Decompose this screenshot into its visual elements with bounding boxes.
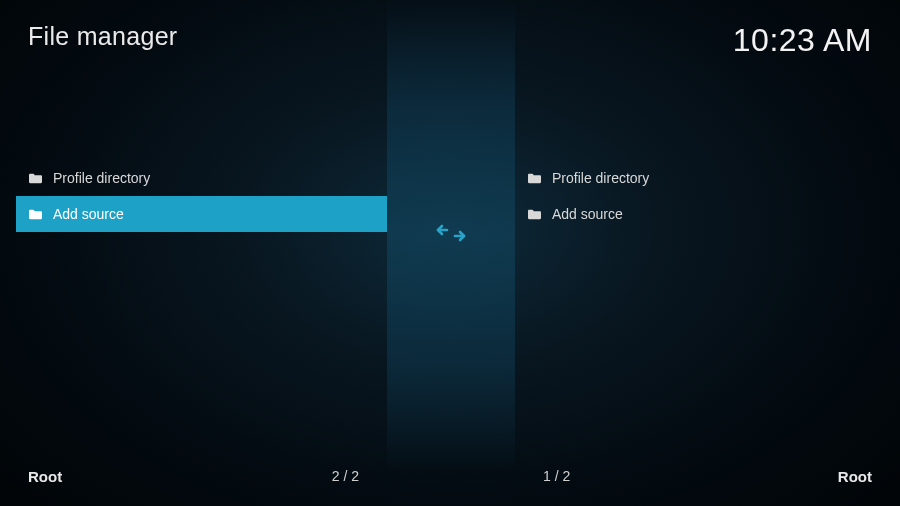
folder-icon bbox=[28, 172, 43, 185]
footer-count: 2 / 2 bbox=[332, 468, 359, 484]
list-item-profile-directory[interactable]: Profile directory bbox=[16, 160, 387, 196]
list-item-label: Profile directory bbox=[552, 170, 649, 186]
list-item-profile-directory[interactable]: Profile directory bbox=[515, 160, 886, 196]
right-panel: Profile directory Add source bbox=[515, 160, 886, 446]
list-item-label: Profile directory bbox=[53, 170, 150, 186]
footer-path: Root bbox=[28, 468, 62, 485]
footer-right: 1 / 2 Root bbox=[515, 460, 900, 506]
swap-arrows-icon bbox=[434, 223, 468, 247]
footer-gap bbox=[387, 460, 515, 506]
footer-path: Root bbox=[838, 468, 872, 485]
clock: 10:23 AM bbox=[733, 22, 872, 59]
page-title: File manager bbox=[28, 22, 178, 51]
footer-left: Root 2 / 2 bbox=[0, 460, 387, 506]
list-item-label: Add source bbox=[552, 206, 623, 222]
footer-count: 1 / 2 bbox=[543, 468, 570, 484]
folder-plus-icon bbox=[527, 208, 542, 221]
list-item-add-source[interactable]: Add source bbox=[16, 196, 387, 232]
list-item-label: Add source bbox=[53, 206, 124, 222]
center-divider bbox=[387, 0, 515, 470]
list-item-add-source[interactable]: Add source bbox=[515, 196, 886, 232]
app-window: File manager 10:23 AM Profile directory … bbox=[0, 0, 900, 506]
folder-icon bbox=[527, 172, 542, 185]
left-panel: Profile directory Add source bbox=[16, 160, 387, 446]
footer: Root 2 / 2 1 / 2 Root bbox=[0, 460, 900, 506]
folder-plus-icon bbox=[28, 208, 43, 221]
